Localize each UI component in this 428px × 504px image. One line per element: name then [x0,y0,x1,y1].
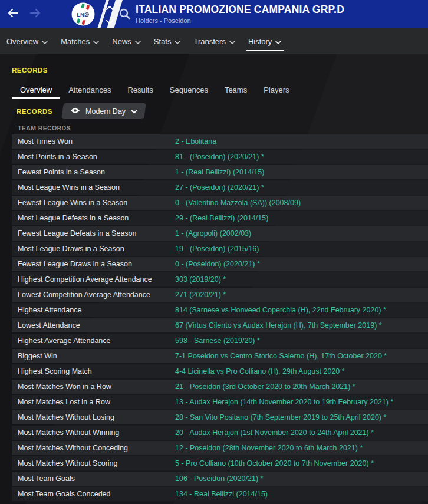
record-label: Most Matches Without Losing [12,413,114,421]
record-value[interactable]: 29 - (Real Bellizzi) (2014/15) [175,214,268,222]
tab-results[interactable]: Results [119,81,161,99]
chevron-down-icon [275,37,281,46]
table-row[interactable]: Most Team Goals 106 - Poseidon (2020/21)… [12,472,428,486]
table-row[interactable]: Fewest League Wins in a Season 0 - (Vale… [12,196,428,210]
table-row[interactable]: Highest Average Attendance 598 - Sarnese… [12,334,428,348]
record-label: Most League Defeats in a Season [12,214,129,222]
table-row[interactable]: Most League Draws in a Season 19 - (Pose… [12,242,428,256]
table-row[interactable]: Most Matches Without Losing 28 - San Vit… [12,410,428,424]
table-row[interactable]: Most Points in a Season 81 - (Poseidon) … [12,150,428,164]
table-row[interactable]: Highest Competition Average Attendance 3… [12,272,428,286]
nav-item-label: Matches [61,37,90,46]
arrow-left-icon [7,8,19,20]
forward-button[interactable] [29,0,41,28]
record-value[interactable]: 28 - San Vito Positano (7th September 20… [175,413,386,421]
record-value[interactable]: 12 - Poseidon (28th November 2020 to 6th… [175,444,363,452]
record-value[interactable]: 2 - Ebolitana [175,137,216,146]
chevron-down-icon [106,16,113,27]
table-row[interactable]: Fewest League Defeats in a Season 1 - (A… [12,226,428,241]
record-value[interactable]: 67 (Virtus Cilento vs Audax Herajon (H),… [175,321,382,330]
table-row[interactable]: Most League Wins in a Season 27 - (Posei… [12,180,428,195]
record-value[interactable]: 303 (2019/20) * [175,275,226,284]
records-table: Most Times Won 2 - Ebolitana Most Points… [0,134,428,501]
chevron-down-icon [93,37,99,46]
table-row[interactable]: Highest Scoring Match 4-4 Licinella vs P… [12,364,428,378]
table-row[interactable]: Most Matches Without Conceding 12 - Pose… [12,441,428,455]
title-bar: LND ITALIAN PROMOZIONE CAMPANIA GRP. [0,0,428,28]
table-row[interactable]: Highest Attendance 814 (Sarnese vs Honve… [12,303,428,317]
chevron-down-icon [131,107,137,116]
app-window: LND ITALIAN PROMOZIONE CAMPANIA GRP. [0,0,428,504]
record-value[interactable]: 5 - Pro Colliano (10th October 2020 to 7… [175,459,374,467]
record-label: Most Points in a Season [12,153,97,161]
record-value[interactable]: 13 - Audax Herajon (14th November 2020 t… [175,398,393,406]
nav-item-history[interactable]: History [242,28,288,54]
arrow-right-icon [29,8,41,20]
tab-attendances[interactable]: Attendances [60,81,119,99]
tab-overview[interactable]: Overview [12,81,60,99]
table-row[interactable]: Most Matches Without Scoring 5 - Pro Col… [12,456,428,470]
search-button[interactable] [118,8,131,22]
record-value[interactable]: 271 (2020/21) * [175,291,226,299]
record-label: Fewest League Defeats in a Season [12,229,137,238]
eye-icon [70,107,80,116]
header-titles: ITALIAN PROMOZIONE CAMPANIA GRP.D Holder… [136,4,344,24]
back-button[interactable] [7,0,19,28]
record-value[interactable]: 27 - (Poseidon) (2020/21) * [175,183,264,192]
table-row[interactable]: Most Matches Without Winning 20 - Audax … [12,426,428,440]
record-value[interactable]: 81 - (Poseidon) (2020/21) * [175,153,264,161]
record-label: Most Matches Without Scoring [12,459,118,467]
nav-item-news[interactable]: News [106,28,147,54]
tab-sequences[interactable]: Sequences [162,81,216,99]
tab-players[interactable]: Players [255,81,297,99]
table-row[interactable]: Fewest Points in a Season 1 - (Real Bell… [12,165,428,179]
record-label: Highest Attendance [12,306,81,314]
record-value[interactable]: 0 - (Valentino Mazzola (SA)) (2008/09) [175,199,301,207]
record-label: Most Team Goals [12,475,75,483]
tab-teams[interactable]: Teams [216,81,255,99]
record-label: Most League Wins in a Season [12,183,120,192]
table-row[interactable]: Most Team Goals Conceded 134 - Real Bell… [12,487,428,501]
nav-item-stats[interactable]: Stats [147,28,187,54]
record-value[interactable]: 20 - Audax Herajon (1st November 2020 to… [175,429,374,437]
record-label: Highest Average Attendance [12,337,111,345]
record-value[interactable]: 814 (Sarnese vs Honveed Coperchia (H), 2… [175,306,386,314]
record-value[interactable]: 19 - (Poseidon) (2015/16) [175,245,259,253]
competition-switcher[interactable] [106,0,113,28]
record-value[interactable]: 1 - (Real Bellizzi) (2014/15) [175,168,264,176]
table-row[interactable]: Biggest Win 7-1 Poseidon vs Centro Stori… [12,349,428,363]
competition-logo[interactable]: LND [71,2,95,26]
nav-item-matches[interactable]: Matches [54,28,106,54]
chevron-down-icon [175,37,180,46]
table-row[interactable]: Lowest Competition Average Attendance 27… [12,288,428,302]
search-icon [118,12,131,22]
record-value[interactable]: 106 - Poseidon (2020/21) * [175,475,263,483]
nav-item-transfers[interactable]: Transfers [187,28,241,54]
records-tabs: Overview Attendances Results Sequences T… [12,81,428,99]
record-value[interactable]: 1 - (Agropoli) (2002/03) [175,229,251,238]
chevron-up-icon [106,2,113,12]
record-label: Fewest Points in a Season [12,168,105,176]
record-value[interactable]: 134 - Real Bellizzi (2014/15) [175,490,268,498]
record-value[interactable]: 598 - Sarnese (2019/20) * [175,337,260,345]
nav-item-overview[interactable]: Overview [0,28,54,54]
table-row[interactable]: Most League Defeats in a Season 29 - (Re… [12,211,428,225]
nav-item-label: History [248,37,272,46]
record-value[interactable]: 0 - (Poseidon) (2020/21) * [175,260,260,268]
table-row[interactable]: Lowest Attendance 67 (Virtus Cilento vs … [12,318,428,332]
table-row[interactable]: Fewest League Draws in a Season 0 - (Pos… [12,257,428,271]
records-filter-label: RECORDS [17,108,52,115]
chevron-down-icon [42,37,48,46]
table-row[interactable]: Most Matches Won in a Row 21 - Poseidon … [12,380,428,394]
record-value[interactable]: 21 - Poseidon (3rd October 2020 to 20th … [175,383,355,391]
era-view-dropdown[interactable]: Modern Day [62,103,145,119]
records-filter-row: RECORDS Modern Day [17,103,428,119]
section-title: RECORDS [12,67,428,74]
page-subtitle: Holders - Poseidon [136,17,344,24]
record-value[interactable]: 7-1 Poseidon vs Centro Storico Salerno (… [175,352,387,360]
record-label: Most Team Goals Conceded [12,490,111,498]
record-label: Lowest Attendance [12,321,80,330]
table-row[interactable]: Most Matches Lost in a Row 13 - Audax He… [12,395,428,409]
table-row[interactable]: Most Times Won 2 - Ebolitana [12,134,428,149]
record-value[interactable]: 4-4 Licinella vs Pro Colliano (H), 29th … [175,367,345,375]
